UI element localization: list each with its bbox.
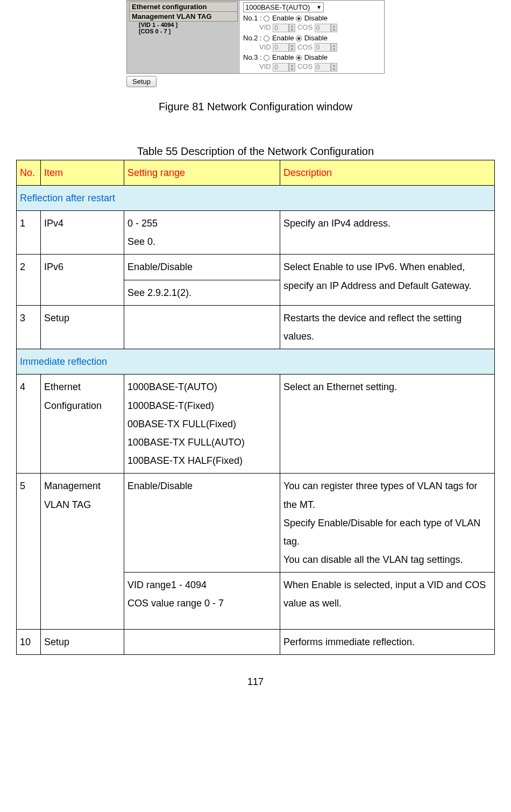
col-item: Item <box>41 160 124 185</box>
disable-label: Disable <box>304 34 328 42</box>
vid-label: VID <box>259 23 271 31</box>
vid-input[interactable]: 0 <box>273 43 289 52</box>
vid-range-hint: [VID 1 - 4094 ] <box>129 22 238 28</box>
cos-label: COS <box>297 23 313 31</box>
disable-label: Disable <box>304 53 328 61</box>
vid-spinner[interactable]: ▴▾ <box>289 63 295 72</box>
table-row: 1 IPv4 0 - 255 See 0. Specify an IPv4 ad… <box>17 211 495 255</box>
config-window-screenshot: Ethernet configuration Management VLAN T… <box>126 0 385 74</box>
cos-spinner[interactable]: ▴▾ <box>331 43 337 52</box>
enable-radio[interactable] <box>264 36 269 41</box>
cos-spinner[interactable]: ▴▾ <box>331 24 337 32</box>
ethernet-config-header: Ethernet configuration <box>129 2 238 12</box>
vid-label: VID <box>259 62 271 70</box>
figure-caption: Figure 81 Network Configuration window <box>16 101 495 113</box>
table-row: 2 IPv6 Enable/Disable Select Enable to u… <box>17 255 495 280</box>
page-number: 117 <box>16 676 495 688</box>
vlan-row-label: No.2 : <box>243 34 262 42</box>
disable-label: Disable <box>304 14 328 22</box>
col-range: Setting range <box>124 160 280 185</box>
cos-spinner[interactable]: ▴▾ <box>331 63 337 72</box>
col-desc: Description <box>280 160 495 185</box>
enable-radio[interactable] <box>264 16 269 22</box>
vlan-row-label: No.3 : <box>243 53 262 61</box>
mgmt-vlan-header: Management VLAN TAG <box>129 12 238 22</box>
vid-spinner[interactable]: ▴▾ <box>289 24 295 32</box>
section-reflection-restart: Reflection after restart <box>17 185 495 210</box>
enable-radio[interactable] <box>264 55 269 61</box>
disable-radio[interactable] <box>296 16 302 22</box>
table-header-row: No. Item Setting range Description <box>17 160 495 185</box>
description-table: No. Item Setting range Description Refle… <box>16 160 495 655</box>
cos-input[interactable]: 0 <box>315 63 331 72</box>
ethernet-select-value: 1000BASE-T(AUTO) <box>245 3 310 11</box>
table-row: 5 Management VLAN TAG Enable/Disable You… <box>17 474 495 573</box>
disable-radio[interactable] <box>296 55 302 61</box>
cos-input[interactable]: 0 <box>315 43 331 52</box>
table-caption: Table 55 Description of the Network Conf… <box>16 145 495 158</box>
ethernet-select[interactable]: 1000BASE-T(AUTO) ▼ <box>243 2 324 12</box>
enable-label: Enable <box>272 53 294 61</box>
vlan-row-3: No.3 : Enable DisableVID 0▴▾ COS 0▴▾ <box>243 53 381 72</box>
section-immediate-reflection: Immediate reflection <box>17 349 495 375</box>
table-row: 10 Setup Performs immediate reflection. <box>17 629 495 654</box>
table-row: 4 Ethernet Configuration 1000BASE-T(AUTO… <box>17 375 495 474</box>
enable-label: Enable <box>272 34 294 42</box>
cos-input[interactable]: 0 <box>315 24 331 32</box>
vid-spinner[interactable]: ▴▾ <box>289 43 295 52</box>
cos-label: COS <box>297 62 313 70</box>
vlan-row-1: No.1 : Enable DisableVID 0▴▾ COS 0▴▾ <box>243 14 381 32</box>
vid-input[interactable]: 0 <box>273 63 289 72</box>
disable-radio[interactable] <box>296 36 302 41</box>
cos-range-hint: [COS 0 - 7 ] <box>129 28 238 34</box>
vlan-row-2: No.2 : Enable DisableVID 0▴▾ COS 0▴▾ <box>243 34 381 52</box>
vlan-row-label: No.1 : <box>243 14 262 22</box>
vid-label: VID <box>259 43 271 51</box>
enable-label: Enable <box>272 14 294 22</box>
table-row: 3 Setup Restarts the device and reflect … <box>17 305 495 349</box>
col-no: No. <box>17 160 41 185</box>
chevron-down-icon: ▼ <box>316 4 322 10</box>
vid-input[interactable]: 0 <box>273 24 289 32</box>
setup-button[interactable]: Setup <box>126 76 157 87</box>
cos-label: COS <box>297 43 313 51</box>
